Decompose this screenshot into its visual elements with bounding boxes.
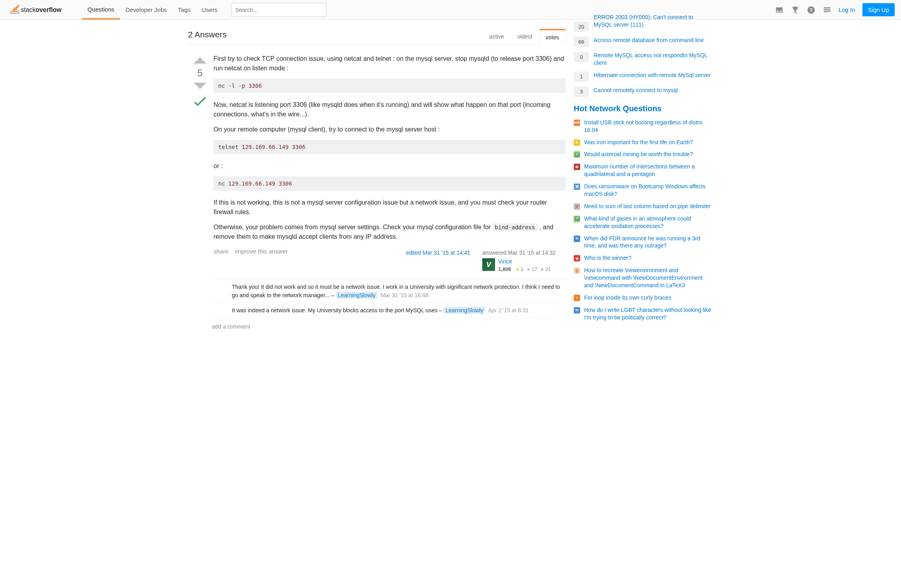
user-name[interactable]: Vince (498, 258, 551, 265)
post-body: First try to check TCP connection issue,… (212, 54, 566, 279)
help-icon[interactable]: ? (807, 6, 816, 14)
hnq-link[interactable]: For loop inside its own curly braces (584, 294, 671, 302)
hnq-link[interactable]: How to recreate \newenvironment and \new… (584, 267, 713, 289)
site-icon: ✿ (574, 164, 580, 170)
site-icon: 🌍 (574, 216, 580, 222)
related-score: 0 (574, 52, 589, 62)
related-score: 3 (574, 87, 589, 97)
site-icon: ※ (574, 139, 580, 146)
inbox-icon[interactable] (775, 6, 784, 14)
logo[interactable]: stackoverflow (6, 4, 74, 16)
answered-time: answered Mar 31 '15 at 14:32 (482, 250, 566, 256)
comment-user[interactable]: LearningSlowly (443, 307, 485, 314)
search-input[interactable] (231, 3, 326, 17)
hnq-link[interactable]: Need to sum of last column based on pipe… (584, 203, 711, 210)
hnq-item: ✿Maximum number of intersections between… (574, 163, 713, 178)
related-link[interactable]: Hibernate connection with remote MySql s… (594, 72, 711, 79)
post-menu: share improve this answer edited Mar 31 … (214, 248, 566, 272)
related-item: 3Cannot remotely connect to mysql (574, 87, 713, 97)
hnq-link[interactable]: Who is the winner? (584, 254, 631, 262)
edit-info[interactable]: edited Mar 31 '15 at 14:41 (406, 248, 470, 256)
related-link[interactable]: ERROR 2003 (HY000): Can't connect to MyS… (594, 14, 713, 29)
svg-text:?: ? (810, 7, 813, 13)
vote-column: 5 (188, 54, 212, 279)
hnq-link[interactable]: When did FDR announce he was running a 3… (584, 235, 713, 250)
related-link[interactable]: Remote MySQL access not respondto MySQL … (594, 52, 713, 67)
answers-count: 2 Answers (188, 30, 227, 44)
svg-rect-3 (12, 11, 17, 12)
site-icon: ⌘ (574, 184, 580, 190)
sidebar: 20ERROR 2003 (HY000): Can't connect to M… (574, 20, 713, 335)
login-link[interactable]: Log In (839, 6, 855, 13)
main: 2 Answers active oldest votes 5 (188, 20, 574, 335)
hnq-link[interactable]: How do I write LGBT characters without l… (584, 306, 713, 321)
comments: Thank you! It did not work and so it mus… (212, 279, 566, 318)
hnq-link[interactable]: What kind of gases in an atmosphere coul… (584, 215, 713, 230)
related-link[interactable]: Access remote database from command line (594, 37, 704, 44)
hnq-item: 🌍Would asteroid mining be worth the trou… (574, 151, 713, 158)
nav-jobs[interactable]: Developer Jobs (120, 0, 173, 19)
menu-icon[interactable] (823, 6, 831, 14)
hnq-item: askInstall USB stick not booting regardl… (574, 119, 713, 134)
svg-text:stackoverflow: stackoverflow (21, 6, 62, 13)
comment-date: Mar 31 '15 at 16:48 (379, 292, 428, 298)
site-icon: ask (574, 120, 580, 126)
topbar-right: ? Log In Sign Up (775, 3, 895, 16)
tab-active[interactable]: active (483, 29, 511, 44)
accepted-icon (193, 97, 207, 108)
achievements-icon[interactable] (791, 6, 800, 14)
nav: Questions Developer Jobs Tags Users (82, 0, 223, 19)
comment: Thank you! It did not work and so it mus… (212, 280, 566, 303)
related-item: 0Remote MySQL access not respondto MySQL… (574, 52, 713, 67)
nav-users[interactable]: Users (196, 0, 223, 19)
site-icon: U (574, 203, 580, 210)
nav-tags[interactable]: Tags (173, 0, 196, 19)
upvote-icon[interactable] (193, 56, 207, 64)
svg-rect-0 (12, 12, 18, 14)
code-block-1: nc -l -p 3306 (214, 79, 566, 93)
hnq-link[interactable]: Would asteroid mining be worth the troub… (584, 151, 693, 158)
tab-votes[interactable]: votes (539, 29, 566, 44)
hnq-item: UNeed to sum of last column based on pip… (574, 203, 713, 210)
hnq-link[interactable]: Install USB stick not booting regardless… (584, 119, 713, 134)
signup-button[interactable]: Sign Up (862, 3, 895, 16)
share-link[interactable]: share (214, 248, 229, 255)
site-icon: H (574, 236, 580, 242)
site-icon: ◈ (574, 255, 580, 261)
answer-p5: If this is not working, this is not a my… (214, 198, 566, 217)
topbar: stackoverflow Questions Developer Jobs T… (0, 0, 901, 20)
badges: ●1 ●17 ●21 (515, 265, 551, 272)
hnq-link[interactable]: Maximum number of intersections between … (584, 163, 713, 178)
answer-p6: Otherwise, your problem comes from mysql… (214, 222, 566, 242)
hnq-header[interactable]: Hot Network Questions (574, 104, 713, 113)
add-comment-link[interactable]: add a comment (212, 323, 250, 330)
tab-oldest[interactable]: oldest (511, 29, 539, 44)
related-item: 69Access remote database from command li… (574, 37, 713, 47)
hnq-item: wHow do I write LGBT characters without … (574, 306, 713, 321)
user-rep: 1,806 (498, 266, 511, 272)
site-icon: 🌍 (574, 151, 580, 158)
hnq-item: {}How to recreate \newenvironment and \n… (574, 267, 713, 289)
related-item: 20ERROR 2003 (HY000): Can't connect to M… (574, 21, 713, 32)
comment-user[interactable]: LearningSlowly (336, 292, 378, 299)
hnq-item: HWhen did FDR announce he was running a … (574, 235, 713, 250)
code-block-2: telnet 129.169.66.149 3306 (214, 140, 566, 154)
hnq-link[interactable]: Was iron important for the first life on… (584, 139, 693, 146)
svg-rect-2 (17, 10, 19, 14)
hnq-item: ◈Who is the winner? (574, 254, 713, 262)
hnq-link[interactable]: Does ransomware on Bootcamp Windows affe… (584, 183, 713, 198)
nav-questions[interactable]: Questions (82, 0, 120, 19)
hnq-item: ≡For loop inside its own curly braces (574, 294, 713, 302)
vote-count: 5 (197, 68, 202, 79)
hnq-item: 🌍What kind of gases in an atmosphere cou… (574, 215, 713, 230)
add-comment: add a comment (212, 318, 566, 335)
improve-link[interactable]: improve this answer (235, 248, 288, 255)
related-score: 69 (574, 37, 589, 47)
avatar[interactable]: V (482, 258, 495, 271)
downvote-icon[interactable] (193, 82, 207, 90)
related-link[interactable]: Cannot remotely connect to mysql (594, 87, 678, 94)
answer-p3: On your remote computer (mysql client), … (214, 125, 566, 134)
answer-p4: or : (214, 161, 566, 171)
related-item: 1Hibernate connection with remote MySql … (574, 72, 713, 82)
search (231, 3, 326, 17)
